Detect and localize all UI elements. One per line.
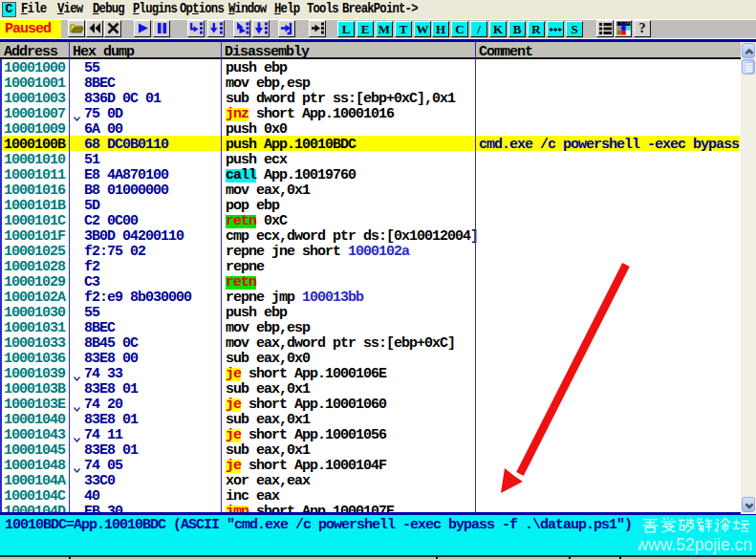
svg-text:www.52pojie.cn: www.52pojie.cn: [638, 535, 752, 554]
